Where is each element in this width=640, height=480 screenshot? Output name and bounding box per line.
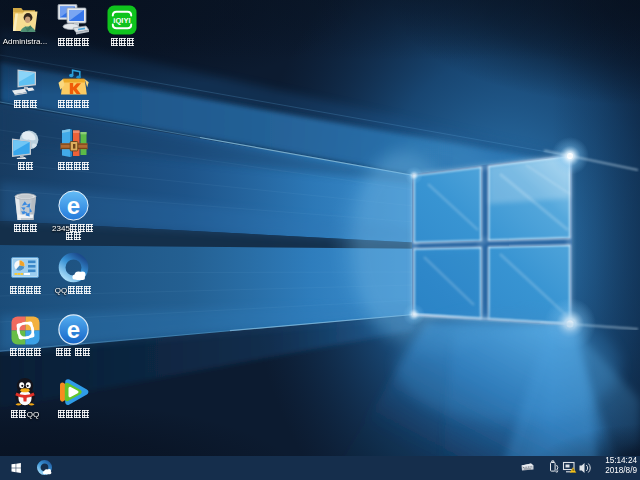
svg-text:e: e <box>66 192 79 219</box>
svg-text:e: e <box>66 316 79 343</box>
svg-text:iQIYI: iQIYI <box>113 16 130 25</box>
